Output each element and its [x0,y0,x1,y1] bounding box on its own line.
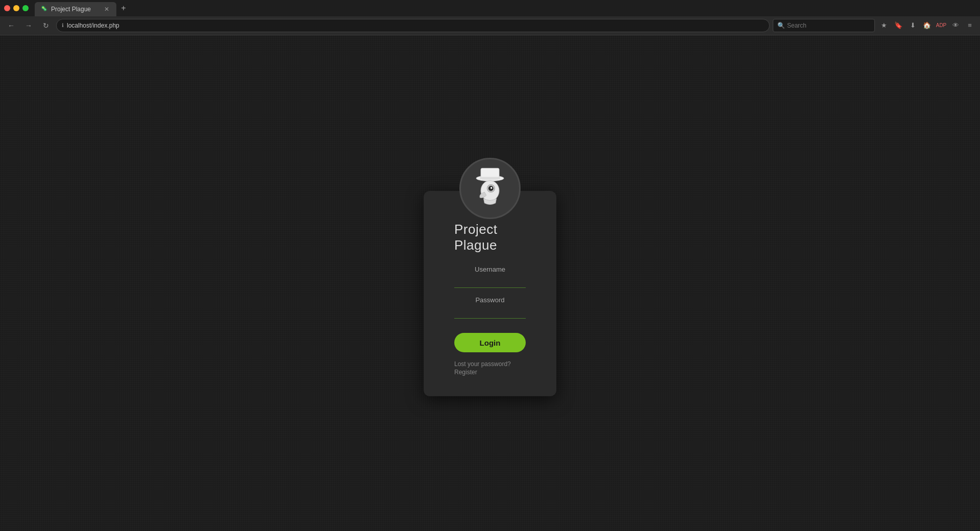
active-tab[interactable]: 🦠 Project Plague ✕ [35,2,116,16]
browser-toolbar: ← → ↻ ℹ 🔍 ★ 🔖 ⬇ 🏠 ADP 👁 ≡ [0,16,980,35]
search-icon: 🔍 [777,22,785,29]
download-icon[interactable]: ⬇ [906,19,919,32]
svg-point-5 [491,187,493,189]
avatar-container [459,158,521,219]
search-bar[interactable]: 🔍 [773,19,875,32]
address-info-icon: ℹ [62,22,64,28]
maximize-button[interactable] [22,5,29,11]
reload-button[interactable]: ↻ [39,18,53,33]
minimize-button[interactable] [13,5,19,11]
close-button[interactable] [4,5,10,11]
browser-tabs: 🦠 Project Plague ✕ + [35,0,131,16]
username-group: Username [454,266,526,288]
forward-button[interactable]: → [21,18,36,33]
window-controls [4,5,29,11]
address-input[interactable] [67,22,764,29]
page-content: Project Plague Username Password Login L… [0,35,980,531]
address-bar[interactable]: ℹ [56,19,770,32]
search-input[interactable] [787,22,869,29]
tab-favicon: 🦠 [41,6,48,13]
home-icon[interactable]: 🏠 [921,19,933,32]
back-button[interactable]: ← [4,18,18,33]
password-group: Password [454,296,526,319]
reading-list-icon[interactable]: 🔖 [892,19,904,32]
lost-password-link[interactable]: Lost your password? [454,360,526,368]
title-bar: 🦠 Project Plague ✕ + [0,0,980,16]
app-title: Project Plague [454,222,526,253]
toolbar-actions: ★ 🔖 ⬇ 🏠 ADP 👁 ≡ [878,19,976,32]
password-input[interactable] [454,306,526,319]
plague-doctor-icon [467,165,513,211]
reader-view-icon[interactable]: 👁 [949,19,962,32]
username-label: Username [454,266,526,273]
tab-close-button[interactable]: ✕ [103,6,110,13]
login-card: Project Plague Username Password Login L… [424,191,556,396]
adp-icon[interactable]: ADP [935,19,947,32]
menu-icon[interactable]: ≡ [964,19,976,32]
card-links: Lost your password? Register [454,360,526,376]
bookmark-star-icon[interactable]: ★ [878,19,890,32]
new-tab-button[interactable]: + [116,1,131,15]
login-button[interactable]: Login [454,333,526,352]
tab-title: Project Plague [51,6,100,13]
svg-rect-2 [480,177,500,180]
register-link[interactable]: Register [454,369,526,376]
browser-chrome: 🦠 Project Plague ✕ + ← → ↻ ℹ 🔍 ★ 🔖 ⬇ 🏠 A… [0,0,980,35]
username-input[interactable] [454,275,526,288]
password-label: Password [454,296,526,304]
